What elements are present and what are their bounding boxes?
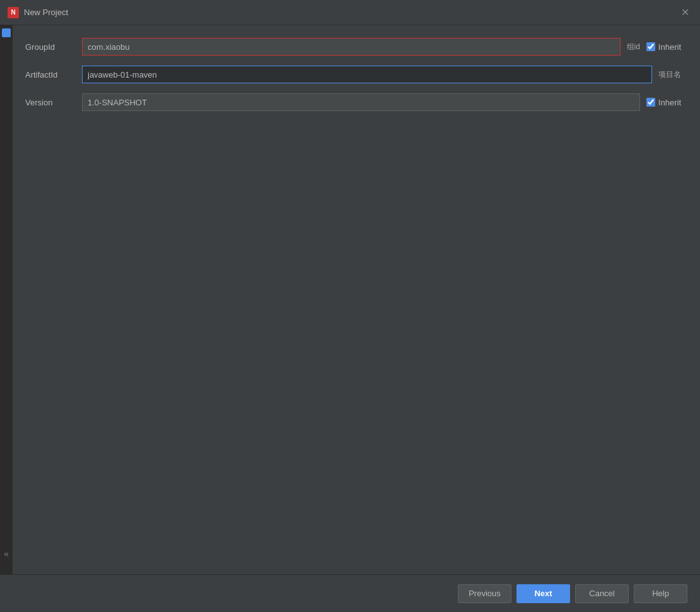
groupid-row: GroupId 组id Inherit [25,38,681,56]
version-label: Version [25,98,82,107]
groupid-label: GroupId [25,42,82,52]
cancel-button[interactable]: Cancel [575,584,629,603]
artifactid-label: ArtifactId [25,70,82,79]
previous-button[interactable]: Previous [458,584,511,603]
version-input-container [82,93,640,111]
version-row: Version Inherit [25,93,681,111]
groupid-inherit-label: Inherit [658,42,681,52]
version-input[interactable] [82,93,640,111]
groupid-input-container [82,38,621,56]
next-button[interactable]: Next [516,584,570,603]
left-sidebar [0,25,13,574]
groupid-inherit-checkbox[interactable] [646,42,655,51]
close-button[interactable]: ✕ [677,5,692,20]
title-bar: N New Project ✕ [0,0,700,25]
main-content [25,121,681,562]
bottom-bar: Previous Next Cancel Help [0,574,700,612]
version-inherit-label: Inherit [658,98,681,107]
help-button[interactable]: Help [634,584,687,603]
artifactid-row: ArtifactId 项目名 [25,66,681,83]
dialog-window: N New Project ✕ .8 GroupId 组id Inherit [0,0,700,612]
groupid-input[interactable] [82,38,621,56]
artifactid-annotation: 项目名 [658,69,681,80]
artifactid-input-container [82,66,652,83]
groupid-inherit-wrapper: Inherit [646,42,681,52]
sidebar-indicator [2,28,11,37]
window-title: New Project [24,8,677,17]
bottom-left-indicator: .8 [0,539,13,571]
groupid-annotation: 组id [627,42,640,52]
app-icon: N [8,7,19,18]
content-area: GroupId 组id Inherit ArtifactId 项目名 [0,25,700,574]
version-inherit-checkbox[interactable] [646,98,655,107]
indicator-text: .8 [3,553,9,558]
version-inherit-wrapper: Inherit [646,98,681,107]
artifactid-input[interactable] [82,66,652,83]
